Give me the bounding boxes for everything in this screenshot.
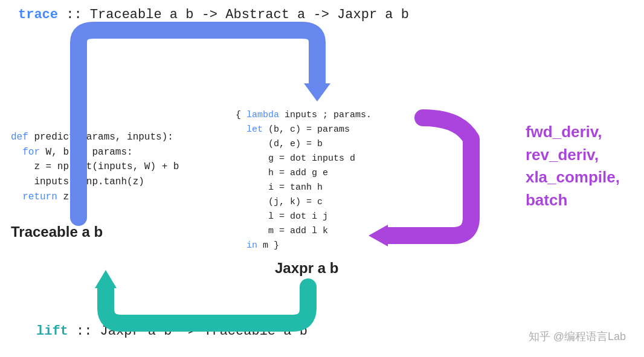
jaxpr-code-block: { lambda inputs ; params. let (b, c) = p… (236, 94, 372, 253)
top-signature-rest: :: Traceable a b -> Abstract a -> Jaxpr … (58, 7, 409, 22)
right-label-batch: batch (526, 189, 620, 212)
jaxpr-label: Jaxpr a b (275, 260, 338, 277)
traceable-label: Traceable a b (11, 224, 103, 240)
lift-keyword: lift (36, 324, 68, 339)
watermark: 知乎 @编程语言Lab (529, 329, 626, 344)
python-code-block: def predict(params, inputs): for W, b in… (11, 115, 179, 205)
top-signature: trace :: Traceable a b -> Abstract a -> … (18, 7, 409, 22)
trace-keyword: trace (18, 7, 58, 22)
bottom-signature: lift :: Jaxpr a b -> Traceable a b (36, 324, 308, 339)
right-labels: fwd_deriv, rev_deriv, xla_compile, batch (526, 121, 620, 212)
right-label-fwd: fwd_deriv, (526, 121, 620, 144)
svg-marker-8 (95, 270, 117, 288)
right-label-rev: rev_deriv, (526, 144, 620, 167)
bottom-signature-rest: :: Jaxpr a b -> Traceable a b (68, 324, 308, 339)
right-label-xla: xla_compile, (526, 166, 620, 189)
